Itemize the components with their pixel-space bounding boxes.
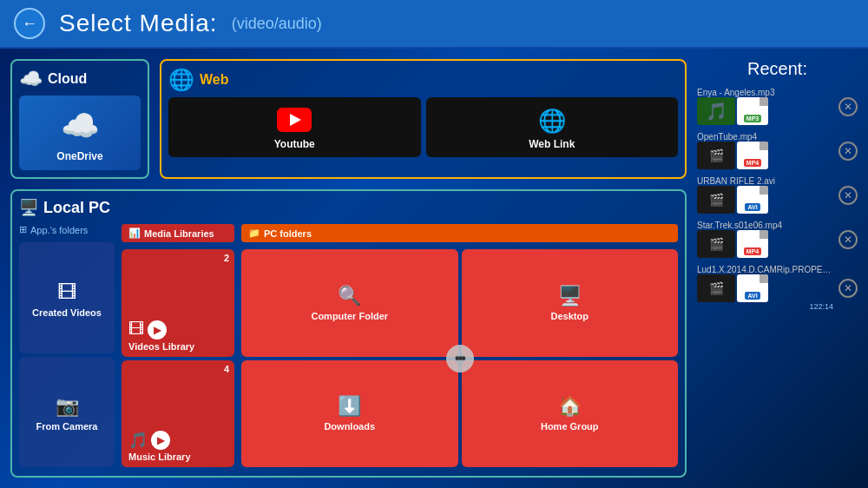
recent-item: Star.Trek.s01e06.mp4 🎬 MP4 ✕ (697, 219, 858, 260)
music-library-tile[interactable]: 4 🎵 ▶ Music Library (122, 360, 234, 468)
recent-item-info: Enya - Angeles.mp3 🎵 MP3 (697, 88, 833, 125)
video-thumb: 🎬 (697, 142, 735, 169)
music-badge: 4 (224, 364, 229, 374)
created-videos-tile[interactable]: 🎞 Created Videos (19, 242, 115, 353)
recent-item-name: OpenTube.mp4 (697, 132, 833, 142)
pc-folders: 📁 PC folders 🔍 Computer Folder 🖥️ Deskto… (241, 224, 678, 467)
grid-icon: ⊞ (19, 224, 27, 235)
globe-icon: 🌐 (168, 68, 194, 92)
video-thumb: 🎬 (697, 230, 735, 258)
recent-item-name: Enya - Angeles.mp3 (697, 88, 833, 97)
downloads-tile[interactable]: ⬇️ Downloads (241, 360, 458, 468)
file-thumb: AVI (737, 274, 768, 302)
music-note-icon: 🎵 (128, 431, 148, 450)
top-row: ☁️ Cloud ☁️ OneDrive 🌐 Web (10, 59, 687, 179)
cloud-header: ☁️ Cloud (19, 68, 141, 90)
from-camera-label: From Camera (36, 421, 98, 432)
weblink-icon: 🌐 (538, 108, 566, 135)
video-reel-icon: 🎞 (128, 320, 144, 339)
app-folders-header: ⊞ App.'s folders (19, 224, 115, 235)
local-pc-title: Local PC (43, 199, 110, 217)
home-group-tile[interactable]: 🏠 Home Group (462, 360, 679, 468)
remove-button[interactable]: ✕ (838, 279, 858, 298)
file-thumb: AVI (737, 186, 768, 214)
bar-chart-icon: 📊 (128, 228, 141, 239)
video-thumb: 🎬 (697, 274, 735, 302)
home-group-label: Home Group (541, 421, 599, 432)
back-button[interactable]: ← (14, 8, 45, 39)
recent-sidebar: Recent: Enya - Angeles.mp3 🎵 MP3 ✕ (697, 59, 858, 478)
web-tiles: Youtube 🌐 Web Link (168, 97, 678, 157)
page-subtitle: (video/audio) (232, 15, 322, 33)
media-libraries: 📊 Media Libraries 2 🎞 ▶ Videos Library 4 (122, 224, 234, 467)
onedrive-tile[interactable]: ☁️ OneDrive (19, 96, 141, 170)
recent-item: Lud1.X.2014.D.CAMRip.PROPER.2100MB.avi 🎬… (697, 263, 858, 313)
recent-thumbs: 🎬 MP4 (697, 230, 833, 258)
remove-button[interactable]: ✕ (838, 142, 858, 161)
onedrive-icon: ☁️ (28, 108, 132, 144)
file-thumb: MP3 (737, 97, 768, 125)
desktop-icon: 🖥️ (558, 285, 582, 307)
weblink-tile[interactable]: 🌐 Web Link (426, 97, 679, 157)
local-pc-section: 🖥️ Local PC ⊞ App.'s folders 🎞 Created V… (10, 189, 687, 478)
recent-item-info: Star.Trek.s01e06.mp4 🎬 MP4 (697, 221, 833, 258)
pc-folders-header: 📁 PC folders (241, 224, 678, 242)
web-header: 🌐 Web (168, 68, 678, 92)
video-thumb: 🎬 (697, 186, 735, 214)
recent-thumbs: 🎬 MP4 (697, 142, 833, 169)
recent-thumbs: 🎬 AVI (697, 274, 833, 302)
recent-item-name: URBAN RIFLE 2.avi (697, 176, 833, 186)
recent-item-info: OpenTube.mp4 🎬 MP4 (697, 132, 833, 169)
recent-item-info: Lud1.X.2014.D.CAMRip.PROPER.2100MB.avi 🎬… (697, 265, 833, 311)
downloads-label: Downloads (324, 421, 375, 432)
pc-grid: 🔍 Computer Folder 🖥️ Desktop ⬇️ Download… (241, 249, 678, 467)
youtube-tile[interactable]: Youtube (168, 97, 421, 157)
desktop-label: Desktop (551, 311, 589, 321)
from-camera-tile[interactable]: 📷 From Camera (19, 357, 115, 468)
app-header: ← Select Media: (video/audio) (0, 0, 868, 49)
main-content: ☁️ Cloud ☁️ OneDrive 🌐 Web (0, 49, 868, 488)
music-library-label: Music Library (128, 452, 191, 462)
cloud-section: ☁️ Cloud ☁️ OneDrive (10, 59, 149, 179)
recent-item: OpenTube.mp4 🎬 MP4 ✕ (697, 130, 858, 171)
recent-item-name: Star.Trek.s01e06.mp4 (697, 221, 833, 230)
more-button[interactable]: ••• (446, 345, 474, 373)
recent-item: URBAN RIFLE 2.avi 🎬 AVI ✕ (697, 175, 858, 215)
weblink-label: Web Link (529, 138, 575, 150)
youtube-icon (277, 108, 312, 135)
download-icon: ⬇️ (338, 395, 361, 418)
app-folders: ⊞ App.'s folders 🎞 Created Videos 📷 From… (19, 224, 115, 467)
audio-thumb: 🎵 (697, 97, 735, 125)
recent-thumbs: 🎬 AVI (697, 186, 833, 214)
videos-library-label: Videos Library (128, 341, 194, 352)
recent-duration: 122:14 (697, 302, 833, 311)
play-icon: ▶ (148, 320, 167, 340)
local-pc-header: 🖥️ Local PC (19, 198, 678, 217)
remove-button[interactable]: ✕ (838, 186, 858, 205)
media-lib-header: 📊 Media Libraries (122, 224, 234, 242)
web-section: 🌐 Web Youtube 🌐 (160, 59, 687, 179)
cloud-title: Cloud (48, 71, 87, 87)
search-folder-icon: 🔍 (338, 285, 361, 307)
web-title: Web (200, 72, 228, 88)
youtube-label: Youtube (274, 138, 315, 150)
computer-folder-label: Computer Folder (311, 311, 388, 321)
music-play-icon: ▶ (151, 431, 170, 450)
desktop-tile[interactable]: 🖥️ Desktop (462, 249, 679, 357)
remove-button[interactable]: ✕ (838, 97, 858, 116)
recent-item: Enya - Angeles.mp3 🎵 MP3 ✕ (697, 86, 858, 127)
remove-button[interactable]: ✕ (838, 230, 858, 249)
videos-library-tile[interactable]: 2 🎞 ▶ Videos Library (122, 249, 234, 357)
computer-folder-tile[interactable]: 🔍 Computer Folder (241, 249, 458, 357)
onedrive-label: OneDrive (56, 150, 102, 162)
page-title: Select Media: (59, 10, 218, 37)
recent-item-info: URBAN RIFLE 2.avi 🎬 AVI (697, 176, 833, 214)
file-thumb: MP4 (737, 230, 768, 258)
videos-icon-row: 🎞 ▶ (128, 320, 167, 340)
recent-item-name: Lud1.X.2014.D.CAMRip.PROPER.2100MB.avi (697, 265, 833, 274)
folder-icon: 📁 (248, 228, 260, 239)
home-icon: 🏠 (558, 395, 582, 418)
local-content: ⊞ App.'s folders 🎞 Created Videos 📷 From… (19, 224, 678, 467)
music-icon-row: 🎵 ▶ (128, 431, 170, 450)
recent-thumbs: 🎵 MP3 (697, 97, 833, 125)
